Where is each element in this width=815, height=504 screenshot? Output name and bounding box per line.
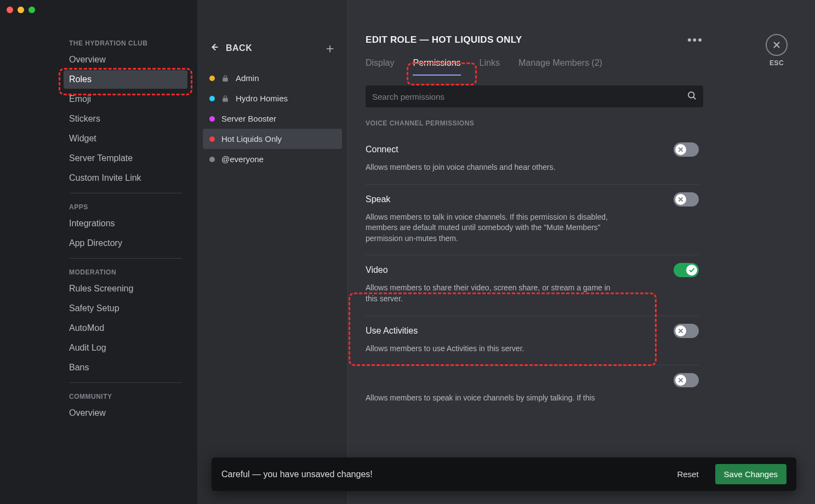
role-label: Hydro Homies <box>236 94 288 103</box>
sidebar-item-emoji[interactable]: Emoji <box>64 90 187 108</box>
permission-name: Use Activities <box>366 326 418 336</box>
divider <box>69 382 182 383</box>
tab-links[interactable]: Links <box>480 58 500 76</box>
sidebar-item-bans[interactable]: Bans <box>64 358 187 377</box>
role-label: @everyone <box>221 154 264 164</box>
role-color-dot <box>209 157 215 162</box>
esc-label: ESC <box>766 59 788 67</box>
sidebar-item-app-directory[interactable]: App Directory <box>64 234 187 253</box>
window-controls <box>7 7 35 13</box>
section-header-apps: APPS <box>64 199 187 214</box>
permission-toggle[interactable] <box>674 263 699 277</box>
search-permissions[interactable] <box>366 85 703 107</box>
check-icon <box>686 265 697 276</box>
permission-use-activities: Use ActivitiesAllows members to use Acti… <box>366 316 699 366</box>
roles-header: BACK ＋ <box>203 35 342 68</box>
sidebar-item-custom-invite-link[interactable]: Custom Invite Link <box>64 169 187 187</box>
macos-close-dot[interactable] <box>7 7 13 13</box>
permission-speak: SpeakAllows members to talk in voice cha… <box>366 185 699 256</box>
arrow-left-icon <box>208 42 219 55</box>
x-icon <box>675 194 686 205</box>
lock-icon <box>221 95 229 102</box>
save-button[interactable]: Save Changes <box>715 464 786 484</box>
search-input[interactable] <box>372 92 687 101</box>
title-row: EDIT ROLE — HOT LIQUIDS ONLY ••• <box>366 33 703 47</box>
sidebar-item-roles[interactable]: Roles <box>64 70 187 89</box>
role-color-dot <box>209 136 215 142</box>
server-settings-sidebar: THE HYDRATION CLUB OverviewRolesEmojiSti… <box>0 0 197 504</box>
tab-permissions[interactable]: Permissions <box>413 58 460 76</box>
role-label: Server Booster <box>221 114 276 123</box>
permission-description: Allows members to join voice channels an… <box>366 162 618 173</box>
back-button[interactable]: BACK <box>208 42 252 55</box>
unsaved-changes-bar: Careful — you have unsaved changes! Rese… <box>212 457 796 491</box>
sidebar-item-widget[interactable]: Widget <box>64 129 187 148</box>
divider <box>69 258 182 259</box>
role-item--everyone[interactable]: @everyone <box>203 149 342 169</box>
sidebar-item-overview[interactable]: Overview <box>64 404 187 422</box>
sidebar-item-overview[interactable]: Overview <box>64 50 187 69</box>
role-item-admin[interactable]: Admin <box>203 68 342 88</box>
permission-name: Speak <box>366 194 390 204</box>
sidebar-item-integrations[interactable]: Integrations <box>64 214 187 233</box>
sidebar-item-stickers[interactable]: Stickers <box>64 110 187 128</box>
tab-manage-members-2-[interactable]: Manage Members (2) <box>518 58 602 76</box>
role-label: Hot Liquids Only <box>221 134 282 144</box>
role-item-server-booster[interactable]: Server Booster <box>203 108 342 129</box>
role-item-hydro-homies[interactable]: Hydro Homies <box>203 88 342 108</box>
permission-toggle[interactable] <box>674 142 699 157</box>
macos-zoom-dot[interactable] <box>29 7 35 13</box>
permission-toggle[interactable] <box>674 192 699 207</box>
tab-display[interactable]: Display <box>366 58 394 76</box>
section-header-moderation: MODERATION <box>64 264 187 279</box>
permission-name: Video <box>366 265 388 275</box>
sidebar-item-audit-log[interactable]: Audit Log <box>64 339 187 357</box>
section-header-community: COMMUNITY <box>64 388 187 404</box>
permission-description: Allows members to share their video, scr… <box>366 283 618 304</box>
role-color-dot <box>209 116 215 122</box>
add-role-button[interactable]: ＋ <box>323 39 337 57</box>
back-label: BACK <box>226 43 252 53</box>
sidebar-item-automod[interactable]: AutoMod <box>64 319 187 337</box>
permission-connect: ConnectAllows members to join voice chan… <box>366 135 699 185</box>
more-menu-button[interactable]: ••• <box>687 33 703 47</box>
section-header-server: THE HYDRATION CLUB <box>64 35 187 50</box>
divider <box>69 193 182 193</box>
lock-icon <box>221 75 229 82</box>
role-tabs: DisplayPermissionsLinksManage Members (2… <box>366 58 703 76</box>
permission-toggle[interactable] <box>674 373 699 387</box>
permission-toggle[interactable] <box>674 324 699 338</box>
reset-button[interactable]: Reset <box>670 465 705 483</box>
main-content: ESC EDIT ROLE — HOT LIQUIDS ONLY ••• Dis… <box>348 0 815 504</box>
sidebar-item-rules-screening[interactable]: Rules Screening <box>64 279 187 298</box>
roles-list-panel: BACK ＋ AdminHydro HomiesServer BoosterHo… <box>197 0 348 504</box>
x-icon <box>675 325 686 336</box>
unsaved-message: Careful — you have unsaved changes! <box>221 469 660 479</box>
permission-video: VideoAllows members to share their video… <box>366 255 699 316</box>
permission-unnamed: Allows members to speak in voice channel… <box>366 365 699 415</box>
svg-line-4 <box>693 97 695 99</box>
page-title: EDIT ROLE — HOT LIQUIDS ONLY <box>366 35 522 45</box>
sidebar-item-server-template[interactable]: Server Template <box>64 149 187 168</box>
macos-minimize-dot[interactable] <box>18 7 24 13</box>
role-color-dot <box>209 76 215 81</box>
role-label: Admin <box>236 73 259 83</box>
sidebar-item-safety-setup[interactable]: Safety Setup <box>64 299 187 318</box>
permissions-section-header: VOICE CHANNEL PERMISSIONS <box>366 119 699 127</box>
permission-name: Connect <box>366 145 398 154</box>
x-icon <box>675 375 686 386</box>
permission-description: Allows members to speak in voice channel… <box>366 393 618 404</box>
role-color-dot <box>209 96 215 101</box>
role-item-hot-liquids-only[interactable]: Hot Liquids Only <box>203 129 342 149</box>
permission-description: Allows members to use Activities in this… <box>366 343 618 354</box>
close-icon <box>766 34 788 56</box>
close-settings-button[interactable]: ESC <box>766 34 788 67</box>
search-icon <box>687 90 697 102</box>
x-icon <box>675 144 686 155</box>
permission-description: Allows members to talk in voice channels… <box>366 212 618 244</box>
